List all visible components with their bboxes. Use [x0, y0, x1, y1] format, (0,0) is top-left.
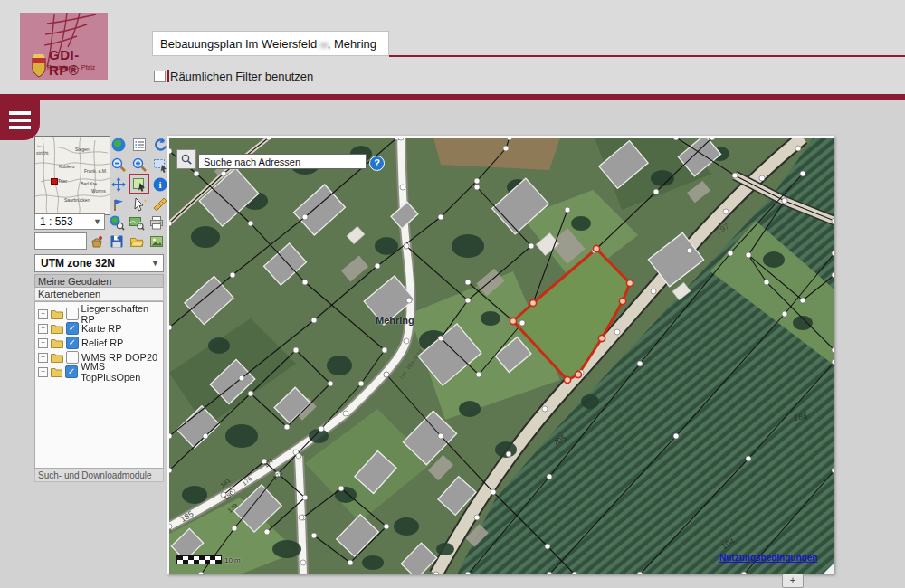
jump-back-icon[interactable]: [110, 195, 127, 213]
layer-label[interactable]: WMS TopPlusOpen: [81, 361, 163, 383]
overview-position-marker: [51, 178, 58, 185]
layer-label[interactable]: Karte RP: [81, 323, 122, 334]
toolbar: i: [110, 136, 167, 213]
layer-tree: + Liegenschaften RP + ✓ Karte RP + ✓ Rel…: [34, 301, 164, 469]
map-search-icon[interactable]: [128, 213, 145, 231]
coordinate-input[interactable]: [34, 232, 87, 250]
folder-icon: [51, 367, 62, 377]
section-kartenebenen[interactable]: Kartenebenen: [34, 288, 164, 301]
zoom-in-icon[interactable]: [130, 156, 148, 173]
folder-icon: [51, 353, 63, 363]
crs-value: UTM zone 32N: [41, 257, 115, 270]
overview-city: Trier: [58, 178, 67, 184]
expand-map-button[interactable]: +: [782, 574, 804, 588]
spatial-filter-label: Räumlichen Filter benutzen: [170, 70, 313, 83]
layer-row: + ✓ WMS TopPlusOpen: [35, 365, 163, 379]
logo-subtitle: Rheinland - Pfalz: [47, 64, 95, 71]
expand-icon[interactable]: +: [38, 353, 48, 363]
expand-icon[interactable]: +: [38, 324, 48, 334]
overview-city: Saarbrücken: [64, 197, 90, 203]
search-input[interactable]: Bebauungsplan Im Weiersfeld xx, Mehring: [152, 31, 389, 56]
header: GDI-RP® Rheinland - Pfalz Bebauungsplan …: [0, 0, 905, 94]
export-image-icon[interactable]: [148, 232, 165, 250]
terms-link[interactable]: Nutzungsbedingungen: [719, 553, 817, 563]
open-folder-icon[interactable]: [128, 232, 145, 250]
layer-checkbox[interactable]: ✓: [66, 337, 79, 349]
layer-row: + Liegenschaften RP: [35, 307, 163, 321]
scale-value: 1 : 553: [40, 215, 73, 228]
overview-city: stricht: [36, 150, 48, 156]
overview-city: Bad Kre.: [81, 181, 98, 186]
hamburger-icon: [9, 111, 31, 115]
coat-of-arms-icon: [33, 54, 45, 77]
overview-city: Frank. a.M.: [84, 168, 107, 174]
pan-icon[interactable]: [110, 175, 127, 193]
layer-checkbox[interactable]: [66, 351, 79, 364]
divider-line: [389, 55, 905, 57]
overview-city: Siegen: [75, 147, 90, 152]
overview-roads-icon: [35, 137, 110, 214]
gdi-rp-logo: GDI-RP® Rheinland - Pfalz: [20, 13, 108, 80]
address-search-button[interactable]: [176, 149, 196, 169]
expand-icon[interactable]: +: [38, 309, 48, 319]
folder-icon: [51, 338, 63, 348]
legend-icon[interactable]: [130, 136, 148, 153]
zoom-out-icon[interactable]: [110, 156, 127, 173]
overview-city: Worms: [91, 188, 106, 194]
menu-button[interactable]: [0, 100, 40, 140]
overview-globe-icon[interactable]: [110, 136, 127, 153]
help-icon[interactable]: ?: [369, 156, 385, 171]
scale-select[interactable]: 1 : 553 ▼: [34, 213, 105, 230]
overview-city: Koblenz: [59, 164, 75, 169]
folder-icon: [51, 324, 63, 334]
search-text-prefix: Bebauungsplan Im Weiersfeld: [160, 37, 320, 51]
expand-icon[interactable]: +: [38, 338, 48, 348]
save-icon[interactable]: [108, 232, 125, 250]
layer-label[interactable]: Relief RP: [81, 337, 123, 348]
section-meine-geodaten[interactable]: Meine Geodaten: [34, 274, 164, 288]
brand-bar: [0, 94, 905, 100]
layer-checkbox[interactable]: [66, 308, 79, 320]
resize-handle[interactable]: [823, 563, 834, 574]
text-caret: [167, 70, 169, 82]
expand-icon[interactable]: +: [38, 367, 48, 377]
logo-title: GDI-RP®: [49, 47, 108, 78]
layer-checkbox[interactable]: ✓: [66, 322, 79, 335]
spatial-filter-checkbox[interactable]: [154, 71, 166, 82]
identify-icon[interactable]: [130, 175, 148, 193]
zoom-rectangle-icon[interactable]: [151, 156, 168, 173]
aerial-map[interactable]: [169, 138, 834, 574]
search-text-suffix: , Mehring: [328, 37, 376, 51]
layer-label[interactable]: Liegenschaften RP: [81, 303, 163, 325]
svg-text:i: i: [158, 179, 161, 190]
print-icon[interactable]: [148, 213, 165, 231]
previous-extent-icon[interactable]: [151, 136, 168, 153]
info-icon[interactable]: i: [151, 175, 168, 193]
layer-checkbox[interactable]: ✓: [65, 365, 78, 378]
layer-row: + ✓ Relief RP: [35, 336, 163, 350]
measure-icon[interactable]: [151, 195, 168, 213]
section-such-downloadmodule[interactable]: Such- und Downloadmodule: [34, 469, 164, 482]
chevron-down-icon: ▼: [93, 217, 101, 226]
search-text-redacted: xx: [320, 40, 328, 50]
chevron-down-icon: ▼: [151, 259, 159, 268]
address-search-input[interactable]: Suche nach Adressen: [198, 154, 367, 169]
overview-map[interactable]: stricht Siegen Koblenz Frank. a.M. Bad K…: [34, 136, 110, 215]
basket-icon[interactable]: [88, 232, 105, 250]
magnifier-icon: [181, 154, 193, 166]
search-globe-icon[interactable]: [108, 213, 125, 231]
map-viewport[interactable]: Suche nach Adressen ? Mehring Im Weiersf…: [167, 136, 834, 574]
crs-select[interactable]: UTM zone 32N ▼: [34, 254, 164, 272]
folder-icon: [51, 309, 63, 319]
select-features-icon[interactable]: [130, 195, 148, 213]
